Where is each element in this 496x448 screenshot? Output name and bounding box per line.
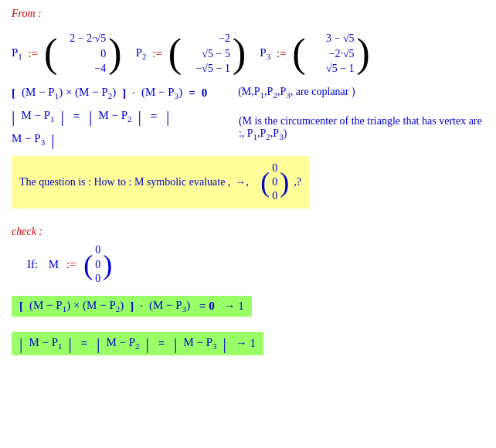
p1-definition: P1 := ( 2 − 2·√5 0 −4 ) (12, 29, 122, 78)
if-keyword: If: (27, 258, 44, 271)
p2-right-paren: ) (233, 33, 246, 73)
equation1-line: [ (M − P1) × (M − P2) ] · (M − P3) = 0 (… (12, 86, 484, 100)
check-label: check : (12, 226, 484, 238)
eq2-part2: M − P2 (98, 109, 131, 124)
p2-row3: −√5 − 1 (184, 61, 230, 76)
p2-assign: := (149, 47, 165, 60)
eq1-bracket-open: [ (12, 87, 15, 100)
matrix-definitions: P1 := ( 2 − 2·√5 0 −4 ) P2 := ( −2 √5 − … (12, 29, 484, 78)
p3-left-paren: ( (292, 33, 305, 73)
p1-right-paren: ) (108, 33, 121, 73)
check-eq1-highlight: [ (M − P1) × (M − P2) ] · (M − P3) = 0 →… (12, 296, 252, 317)
abs-bar2: | (61, 108, 64, 125)
circumcenter-note: (M is the circumcenter of the triangle t… (239, 115, 484, 141)
p1-row2: 0 (59, 46, 106, 62)
p3-definition: P3 := ( 3 − √5 −2·√5 √5 − 1 ) (260, 29, 370, 78)
abs-bar3: | (89, 108, 92, 125)
abs-bar4: | (138, 108, 141, 125)
c-eq1-bracket-close: ] (130, 300, 134, 313)
c-eq2-p1: M − P1 (29, 336, 62, 351)
p2-matrix: ( −2 √5 − 5 −√5 − 1 ) (168, 29, 246, 78)
m-matrix-content: 0 0 0 (93, 243, 103, 287)
p1-row3: −4 (59, 61, 106, 76)
eq2-eq1: = (70, 110, 83, 123)
p2-definition: P2 := ( −2 √5 − 5 −√5 − 1 ) (136, 29, 246, 78)
m-row2: 0 (95, 258, 100, 272)
coplanar-note: (M,P1,P2,P3, are coplanar ) (238, 86, 355, 100)
check-eq1-section: [ (M − P1) × (M − P2) ] · (M − P3) = 0 →… (12, 296, 484, 323)
question-arrow: →, (235, 176, 249, 188)
p1-matrix-content: 2 − 2·√5 0 −4 (57, 29, 108, 78)
p2-left-paren: ( (168, 33, 182, 73)
q-matrix-right-paren: ) (280, 168, 289, 196)
abs-bar1: | (12, 108, 15, 125)
m-row3: 0 (95, 272, 100, 286)
if-m-line: If: M := ( 0 0 0 ) (27, 243, 484, 287)
p1-assign: := (25, 47, 41, 60)
p3-row3: √5 − 1 (308, 61, 355, 76)
question-label: The question is : How to : M symbolic ev… (19, 176, 230, 188)
p3-row2: −2·√5 (308, 46, 355, 62)
p2-label: P2 (136, 46, 147, 61)
c-eq1-cross: (M − P1) × (M − P2) (29, 299, 124, 314)
c-eq1-dot: · (140, 300, 143, 313)
question-section: The question is : How to : M symbolic ev… (12, 156, 484, 217)
c-eq1-arrow: → 1 (221, 300, 244, 313)
p3-matrix-content: 3 − √5 −2·√5 √5 − 1 (306, 29, 357, 78)
eq1-part1: (M − P1) × (M − P2) (22, 86, 116, 100)
c-eq1-eq: = 0 (196, 300, 215, 313)
abs-bar6: | (51, 131, 54, 148)
check-eq2-section: | M − P1 | = | M − P2 | = | M − P3 | → 1 (12, 332, 484, 361)
eq2-eq2: = (148, 110, 160, 123)
p3-row1: 3 − √5 (308, 31, 355, 46)
p1-matrix: ( 2 − 2·√5 0 −4 ) (44, 29, 122, 78)
c-abs2: | (69, 335, 72, 352)
p3-matrix: ( 3 − √5 −2·√5 √5 − 1 ) (292, 29, 370, 78)
check-eq2-formula: | M − P1 | = | M − P2 | = | M − P3 | → 1 (19, 335, 256, 352)
eq1-zero: 0 (202, 87, 208, 100)
c-abs3: | (97, 335, 100, 352)
c-abs1: | (19, 335, 22, 352)
c-eq2-p3: M − P3 (183, 336, 216, 351)
c-eq1-p3: (M − P3) (149, 299, 190, 314)
p1-left-paren: ( (44, 33, 57, 73)
p1-row1: 2 − 2·√5 (59, 31, 106, 46)
p2-row1: −2 (184, 31, 230, 46)
m-row1: 0 (95, 243, 100, 257)
p2-matrix-content: −2 √5 − 5 −√5 − 1 (182, 29, 233, 78)
p1-label: P1 (12, 46, 22, 61)
question-text: The question is : How to : M symbolic ev… (19, 161, 301, 205)
check-eq1-formula: [ (M − P1) × (M − P2) ] · (M − P3) = 0 →… (19, 299, 244, 314)
c-eq1-bracket-open: [ (19, 300, 23, 313)
eq1-dot: · (132, 87, 135, 100)
p3-assign: := (273, 47, 289, 60)
c-abs4: | (146, 335, 149, 352)
m-left-paren: ( (83, 251, 93, 279)
m-assign: := (63, 258, 79, 271)
abs-bar5: | (166, 108, 169, 125)
check-eq2-highlight: | M − P1 | = | M − P2 | = | M − P3 | → 1 (12, 332, 263, 355)
eq2-part1: M − P1 (21, 109, 54, 124)
question-end: ,? (294, 176, 301, 188)
equation1-formula: [ (M − P1) × (M − P2) ] · (M − P3) = 0 (12, 86, 207, 100)
q-matrix-row2: 0 (272, 175, 277, 189)
p3-right-paren: ) (357, 33, 370, 73)
p3-label: P3 (260, 46, 270, 61)
question-highlight: The question is : How to : M symbolic ev… (12, 156, 309, 209)
c-eq2-eq1: = (78, 337, 90, 350)
m-var: M (49, 258, 59, 271)
question-zero-matrix: ( 0 0 0 ) (260, 161, 289, 205)
q-matrix-content: 0 0 0 (270, 161, 280, 205)
c-eq2-arrow: → 1 (233, 337, 256, 350)
c-abs6: | (223, 335, 226, 352)
q-matrix-left-paren: ( (260, 168, 270, 196)
m-right-paren: ) (103, 251, 112, 279)
c-abs5: | (174, 335, 177, 352)
p2-row2: √5 − 5 (184, 46, 230, 62)
c-eq2-eq2: = (155, 337, 168, 350)
eq1-bracket-close: ] (122, 87, 126, 100)
eq1-part2: (M − P3) (141, 86, 182, 100)
check-section: check : If: M := ( 0 0 0 ) (12, 226, 484, 287)
equation2-formula: | M − P1 | = | M − P2 | = | M − P3 | (12, 108, 185, 148)
c-eq2-p2: M − P2 (106, 336, 139, 351)
